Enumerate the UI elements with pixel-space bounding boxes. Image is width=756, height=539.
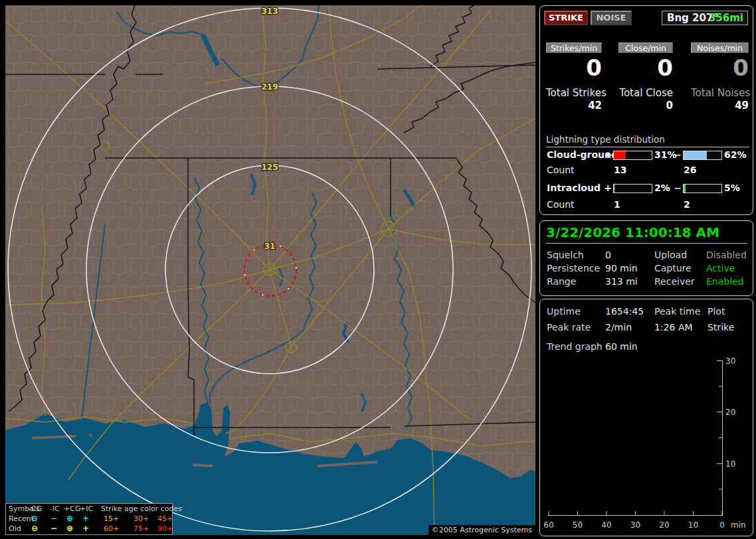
- ring-label-219: 219: [261, 82, 278, 92]
- trend-graph-value[interactable]: 60 min: [605, 341, 638, 352]
- trend-graph: 30 20 10 60 50 40 30 20 10 0 min: [540, 356, 751, 531]
- trend-panel: Uptime 1654:45 Peak time Plot Peak rate …: [539, 299, 753, 536]
- ic-positive-count: 1: [614, 199, 620, 210]
- strikes-per-min-value: 0: [546, 56, 602, 80]
- cg-negative-bar: [683, 151, 722, 160]
- copyright-text: ©2005 Astrogenic Systems: [428, 525, 535, 535]
- radar-map[interactable]: 313 219 125 31 Symbols -CG -IC +CG +IC S…: [5, 5, 535, 535]
- plot-header: Plot: [708, 306, 725, 317]
- legend-col-neg-cg: -CG: [29, 504, 42, 513]
- app-window: { "map": { "ring_labels": [ {"text": "31…: [0, 0, 756, 539]
- noises-per-min-button[interactable]: Noises/min: [691, 42, 749, 53]
- uptime-label: Uptime: [547, 306, 581, 317]
- recent-pos-cg-icon: ⊕: [64, 514, 75, 523]
- legend-age-header: Strike age color codes: [101, 504, 182, 513]
- age-90: 90+: [157, 524, 173, 533]
- old-neg-cg-icon: ⊖: [29, 524, 40, 533]
- ring-label-31: 31: [264, 242, 276, 251]
- legend-col-pos-ic: +IC: [80, 504, 93, 513]
- persistence-label: Persistence: [547, 263, 600, 273]
- legend-col-pos-cg: +CG: [64, 504, 80, 513]
- total-strikes-value: 42: [546, 100, 602, 112]
- peak-time-header: Peak time: [654, 306, 700, 317]
- y-tick-30: 30: [725, 356, 735, 366]
- ic-positive-pct: 2%: [654, 183, 670, 193]
- bearing-range: 356mi: [709, 11, 743, 25]
- divider-line: [545, 243, 747, 244]
- cg-plus-sign: +: [603, 149, 613, 160]
- ic-negative-count: 2: [684, 199, 690, 210]
- ring-label-125: 125: [261, 163, 278, 172]
- range-label: Range: [547, 276, 576, 287]
- close-per-min-button[interactable]: Close/min: [618, 42, 673, 53]
- old-pos-cg-icon: ⊕: [64, 524, 75, 533]
- cg-minus-sign: −: [673, 149, 682, 160]
- x-tick-40: 40: [601, 520, 611, 530]
- legend-row-old-label: Old: [9, 524, 21, 533]
- datetime-display: 3/22/2026 11:00:18 AM: [546, 224, 719, 240]
- age-30: 30+: [134, 514, 149, 523]
- map-legend: Symbols -CG -IC +CG +IC Strike age color…: [5, 503, 173, 535]
- map-canvas: 313 219 125 31: [5, 5, 535, 535]
- ic-positive-bar: [613, 184, 652, 193]
- total-close-label: Total Close: [618, 87, 673, 99]
- capture-label: Capture: [654, 263, 692, 273]
- persistence-value: 90 min: [605, 263, 638, 273]
- upload-status: Disabled: [706, 250, 747, 260]
- cg-positive-bar: [613, 151, 652, 160]
- age-60: 60+: [104, 524, 119, 533]
- recent-pos-ic-icon: +: [80, 514, 91, 523]
- y-tick-10: 10: [725, 459, 735, 469]
- ic-plus-sign: +: [603, 183, 613, 193]
- noise-button[interactable]: NOISE: [591, 11, 632, 25]
- ic-negative-pct: 5%: [724, 183, 740, 193]
- receiver-label: Receiver: [654, 276, 695, 287]
- uptime-value: 1654:45: [605, 306, 644, 317]
- x-tick-20: 20: [659, 520, 669, 530]
- total-strikes-label: Total Strikes: [546, 87, 602, 99]
- receiver-status: Enabled: [706, 276, 744, 287]
- strikes-per-min-button[interactable]: Strikes/min: [546, 42, 602, 53]
- x-axis-unit: min: [731, 520, 746, 530]
- x-tick-10: 10: [688, 520, 698, 530]
- total-noises-value: 49: [691, 100, 749, 112]
- capture-status: Active: [706, 263, 735, 273]
- age-45: 45+: [157, 514, 173, 523]
- intracloud-label: Intracloud: [547, 183, 601, 193]
- recent-neg-cg-icon: ⊖: [29, 514, 40, 523]
- strike-button[interactable]: STRIKE: [544, 11, 588, 25]
- x-tick-50: 50: [573, 520, 583, 530]
- distribution-header: Lightning type distribution: [546, 134, 749, 147]
- old-neg-ic-icon: −: [48, 524, 59, 533]
- old-pos-ic-icon: +: [80, 524, 91, 533]
- age-15: 15+: [104, 514, 119, 523]
- upload-label: Upload: [654, 250, 687, 260]
- x-tick-30: 30: [630, 520, 640, 530]
- x-tick-0: 0: [719, 520, 725, 530]
- ic-count-label: Count: [547, 199, 575, 210]
- close-per-min-value: 0: [618, 56, 673, 80]
- cg-negative-pct: 62%: [724, 149, 747, 160]
- squelch-label: Squelch: [547, 250, 584, 260]
- peak-rate-label: Peak rate: [547, 322, 591, 333]
- age-75: 75+: [134, 524, 149, 533]
- cg-positive-count: 13: [614, 165, 626, 175]
- plot-value[interactable]: Strike: [708, 322, 734, 333]
- peak-time-value: 1:26 AM: [654, 322, 693, 333]
- status-panel: 3/22/2026 11:00:18 AM Squelch 0 Upload D…: [539, 220, 753, 296]
- bearing-readout: Bng 207° 356mi: [662, 11, 748, 25]
- total-noises-label: Total Noises: [691, 87, 749, 99]
- legend-col-neg-ic: -IC: [50, 504, 60, 513]
- cg-negative-count: 26: [684, 165, 696, 175]
- noises-per-min-value: 0: [691, 56, 749, 80]
- trend-graph-label: Trend graph: [547, 341, 603, 352]
- counter-panel: STRIKE NOISE Bng 207° 356mi Strikes/min …: [539, 5, 753, 215]
- range-value: 313 mi: [605, 276, 638, 287]
- recent-neg-ic-icon: −: [48, 514, 59, 523]
- y-tick-20: 20: [725, 408, 735, 417]
- peak-rate-value: 2/min: [605, 322, 632, 333]
- ic-negative-bar: [683, 184, 722, 193]
- total-close-value: 0: [618, 100, 673, 112]
- x-tick-60: 60: [543, 520, 553, 530]
- ic-minus-sign: −: [673, 183, 682, 193]
